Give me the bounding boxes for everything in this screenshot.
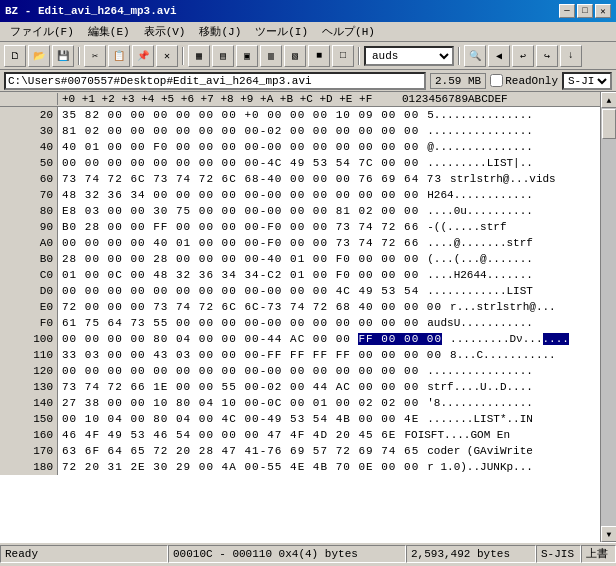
window-title: BZ - Edit_avi_h264_mp3.avi (5, 5, 177, 17)
hex-bytes[interactable]: 00 00 00 00 00 00 00 00 00-00 00 00 00 0… (58, 363, 423, 379)
bytes-column-header: +0 +1 +2 +3 +4 +5 +6 +7 +8 +9 +A +B +C +… (58, 93, 398, 105)
btn11[interactable]: □ (332, 45, 354, 67)
table-row[interactable]: 6073 74 72 6C 73 74 72 6C 68-40 00 00 00… (0, 171, 600, 187)
hex-bytes[interactable]: 63 6F 64 65 72 20 28 47 41-76 69 57 72 6… (58, 443, 423, 459)
btn5[interactable]: ▦ (188, 45, 210, 67)
table-row[interactable]: 18072 20 31 2E 30 29 00 4A 00-55 4E 4B 7… (0, 459, 600, 475)
hex-content-area[interactable]: 2035 82 00 00 00 00 00 00 +0 00 00 00 10… (0, 107, 600, 542)
table-row[interactable]: 3081 02 00 00 00 00 00 00 00-02 00 00 00… (0, 123, 600, 139)
hex-ascii: r...strlstrh@... (446, 299, 560, 315)
title-bar: BZ - Edit_avi_h264_mp3.avi ─ □ ✕ (0, 0, 616, 22)
hex-bytes[interactable]: 01 00 0C 00 48 32 36 34 34-C2 01 00 F0 0… (58, 267, 423, 283)
hex-bytes[interactable]: 40 01 00 00 F0 00 00 00 00-00 00 00 00 0… (58, 139, 423, 155)
file-size-badge: 2.59 MB (430, 73, 486, 89)
hex-address: 90 (0, 219, 58, 235)
down-button[interactable]: ↓ (560, 45, 582, 67)
table-row[interactable]: 15000 10 04 00 80 04 00 4C 00-49 53 54 4… (0, 411, 600, 427)
scroll-track[interactable] (601, 108, 616, 526)
table-row[interactable]: D000 00 00 00 00 00 00 00 00-00 00 00 4C… (0, 283, 600, 299)
table-row[interactable]: 13073 74 72 66 1E 00 00 55 00-02 00 44 A… (0, 379, 600, 395)
table-row[interactable]: 16046 4F 49 53 46 54 00 00 00 47 4F 4D 2… (0, 427, 600, 443)
table-row[interactable]: 4040 01 00 00 F0 00 00 00 00-00 00 00 00… (0, 139, 600, 155)
table-row[interactable]: 5000 00 00 00 00 00 00 00 00-4C 49 53 54… (0, 155, 600, 171)
prev-button[interactable]: ◀ (488, 45, 510, 67)
redo-button[interactable]: ↪ (536, 45, 558, 67)
close-button[interactable]: ✕ (595, 4, 611, 18)
hex-bytes[interactable]: 72 20 31 2E 30 29 00 4A 00-55 4E 4B 70 0… (58, 459, 423, 475)
btn10[interactable]: ■ (308, 45, 330, 67)
paste-button[interactable]: 📌 (132, 45, 154, 67)
hex-bytes[interactable]: 33 03 00 00 43 03 00 00 00-FF FF FF FF 0… (58, 347, 446, 363)
hex-bytes[interactable]: 00 00 00 00 00 00 00 00 00-00 00 00 4C 4… (58, 283, 423, 299)
hex-bytes[interactable]: 00 00 00 00 80 04 00 00 00-44 AC 00 00 F… (58, 331, 446, 347)
menu-file[interactable]: ファイル(F) (4, 23, 80, 40)
hex-ascii: (...(...@....... (423, 251, 537, 267)
hex-address: 60 (0, 171, 58, 187)
menu-tools[interactable]: ツール(I) (249, 23, 314, 40)
table-row[interactable]: 10000 00 00 00 80 04 00 00 00-44 AC 00 0… (0, 331, 600, 347)
table-row[interactable]: 12000 00 00 00 00 00 00 00 00-00 00 00 0… (0, 363, 600, 379)
copy-button[interactable]: 📋 (108, 45, 130, 67)
cut-button[interactable]: ✂ (84, 45, 106, 67)
status-ready: Ready (0, 545, 168, 563)
hex-address: 150 (0, 411, 58, 427)
btn6[interactable]: ▤ (212, 45, 234, 67)
table-row[interactable]: 2035 82 00 00 00 00 00 00 +0 00 00 00 10… (0, 107, 600, 123)
hex-bytes[interactable]: 00 00 00 00 00 00 00 00 00-4C 49 53 54 7… (58, 155, 423, 171)
open-button[interactable]: 📂 (28, 45, 50, 67)
hex-bytes[interactable]: E8 03 00 00 30 75 00 00 00-00 00 00 81 0… (58, 203, 423, 219)
maximize-button[interactable]: □ (577, 4, 593, 18)
readonly-checkbox[interactable] (490, 74, 503, 87)
table-row[interactable]: 7048 32 36 34 00 00 00 00 00-00 00 00 00… (0, 187, 600, 203)
table-row[interactable]: 17063 6F 64 65 72 20 28 47 41-76 69 57 7… (0, 443, 600, 459)
minimize-button[interactable]: ─ (559, 4, 575, 18)
hex-bytes[interactable]: 48 32 36 34 00 00 00 00 00-00 00 00 00 0… (58, 187, 423, 203)
btn9[interactable]: ▧ (284, 45, 306, 67)
delete-button[interactable]: ✕ (156, 45, 178, 67)
hex-address: 170 (0, 443, 58, 459)
hex-editor: +0 +1 +2 +3 +4 +5 +6 +7 +8 +9 +A +B +C +… (0, 92, 616, 542)
hex-bytes[interactable]: 81 02 00 00 00 00 00 00 00-02 00 00 00 0… (58, 123, 423, 139)
hex-bytes[interactable]: 73 74 72 66 1E 00 00 55 00-02 00 44 AC 0… (58, 379, 423, 395)
hex-ascii: .........Dν....... (446, 331, 573, 347)
table-row[interactable]: B028 00 00 00 28 00 00 00 00-40 01 00 F0… (0, 251, 600, 267)
menu-move[interactable]: 移動(J) (193, 23, 247, 40)
hex-bytes[interactable]: 27 38 00 00 10 80 04 10 00-0C 00 01 00 0… (58, 395, 423, 411)
hex-bytes[interactable]: 00 10 04 00 80 04 00 4C 00-49 53 54 4B 0… (58, 411, 423, 427)
menu-edit[interactable]: 編集(E) (82, 23, 136, 40)
chunk-selector[interactable]: auds (364, 46, 454, 66)
vertical-scrollbar[interactable]: ▲ ▼ (600, 92, 616, 542)
hex-bytes[interactable]: B0 28 00 00 FF 00 00 00 00-F0 00 00 73 7… (58, 219, 423, 235)
hex-bytes[interactable]: 73 74 72 6C 73 74 72 6C 68-40 00 00 00 7… (58, 171, 446, 187)
hex-bytes[interactable]: 46 4F 49 53 46 54 00 00 00 47 4F 4D 20 4… (58, 427, 400, 443)
encoding-selector[interactable]: S-JIS (562, 72, 612, 90)
table-row[interactable]: 11033 03 00 00 43 03 00 00 00-FF FF FF F… (0, 347, 600, 363)
hex-ascii: 8...C........... (446, 347, 560, 363)
table-row[interactable]: E072 00 00 00 73 74 72 6C 6C-73 74 72 68… (0, 299, 600, 315)
menu-view[interactable]: 表示(V) (138, 23, 192, 40)
menu-help[interactable]: ヘルプ(H) (316, 23, 381, 40)
btn7[interactable]: ▣ (236, 45, 258, 67)
table-row[interactable]: F061 75 64 73 55 00 00 00 00-00 00 00 00… (0, 315, 600, 331)
search-button[interactable]: 🔍 (464, 45, 486, 67)
save-button[interactable]: 💾 (52, 45, 74, 67)
hex-bytes[interactable]: 35 82 00 00 00 00 00 00 +0 00 00 00 10 0… (58, 107, 423, 123)
table-row[interactable]: 80E8 03 00 00 30 75 00 00 00-00 00 00 81… (0, 203, 600, 219)
table-row[interactable]: 90B0 28 00 00 FF 00 00 00 00-F0 00 00 73… (0, 219, 600, 235)
btn8[interactable]: ▥ (260, 45, 282, 67)
scroll-down-button[interactable]: ▼ (601, 526, 616, 542)
selected-bytes[interactable]: FF 00 00 00 (358, 333, 442, 345)
hex-bytes[interactable]: 61 75 64 73 55 00 00 00 00-00 00 00 00 0… (58, 315, 423, 331)
undo-button[interactable]: ↩ (512, 45, 534, 67)
table-row[interactable]: A000 00 00 00 40 01 00 00 00-F0 00 00 73… (0, 235, 600, 251)
scroll-up-button[interactable]: ▲ (601, 92, 616, 108)
hex-bytes[interactable]: 72 00 00 00 73 74 72 6C 6C-73 74 72 68 4… (58, 299, 446, 315)
table-row[interactable]: 14027 38 00 00 10 80 04 10 00-0C 00 01 0… (0, 395, 600, 411)
hex-address: B0 (0, 251, 58, 267)
hex-bytes[interactable]: 28 00 00 00 28 00 00 00 00-40 01 00 F0 0… (58, 251, 423, 267)
table-row[interactable]: C001 00 0C 00 48 32 36 34 34-C2 01 00 F0… (0, 267, 600, 283)
scroll-thumb[interactable] (602, 109, 616, 139)
new-button[interactable]: 🗋 (4, 45, 26, 67)
hex-bytes[interactable]: 00 00 00 00 40 01 00 00 00-F0 00 00 73 7… (58, 235, 423, 251)
file-path-input[interactable] (4, 72, 426, 90)
